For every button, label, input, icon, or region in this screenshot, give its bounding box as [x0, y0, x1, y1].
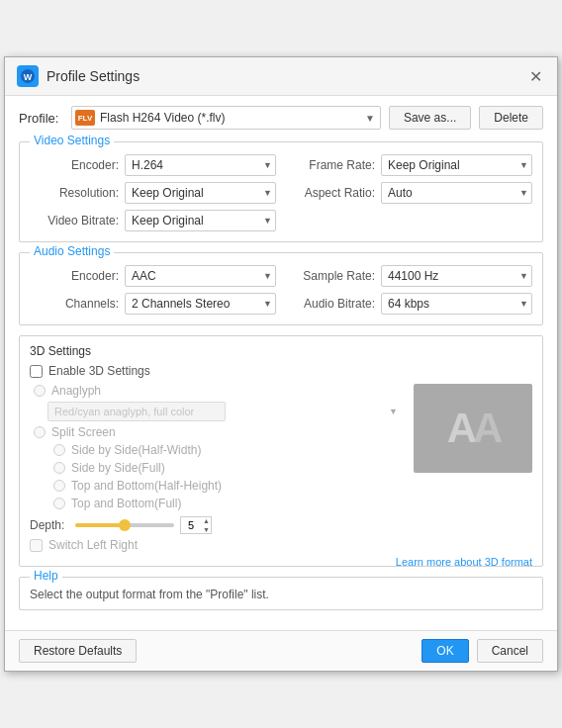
encoder-label: Encoder:: [30, 158, 119, 172]
encoder-select-wrap: H.264 ▼: [125, 154, 276, 176]
top-bottom-half-row: Top and Bottom(Half-Height): [49, 479, 404, 493]
split-screen-radio[interactable]: [34, 426, 46, 438]
audio-encoder-row: Encoder: AAC ▼: [30, 265, 276, 287]
three-d-main: Anaglyph Red/cyan anaglyph, full color ▼…: [30, 384, 532, 552]
enable-3d-label[interactable]: Enable 3D Settings: [48, 364, 150, 378]
channels-label: Channels:: [30, 297, 119, 311]
audio-bitrate-row: Audio Bitrate: 64 kbps ▼: [286, 293, 532, 315]
video-settings-grid: Encoder: H.264 ▼ Frame Rate: Keep Origin…: [30, 154, 532, 231]
audio-bitrate-select-wrap: 64 kbps ▼: [381, 293, 532, 315]
split-screen-radio-row: Split Screen: [30, 425, 404, 439]
frame-rate-select-wrap: Keep Original ▼: [381, 154, 532, 176]
anaglyph-radio-row: Anaglyph: [30, 384, 404, 398]
depth-slider[interactable]: [75, 523, 174, 527]
resolution-label: Resolution:: [30, 186, 119, 200]
three-d-section: 3D Settings Enable 3D Settings Anaglyph …: [19, 335, 543, 567]
enable-3d-checkbox[interactable]: [30, 365, 43, 378]
preview-letters: A A: [447, 405, 500, 452]
anaglyph-radio[interactable]: [34, 385, 46, 397]
audio-encoder-select[interactable]: AAC: [125, 265, 276, 287]
help-section: Help Select the output format from the "…: [19, 577, 543, 610]
app-icon: W: [17, 65, 39, 87]
profile-select[interactable]: Flash H264 Video (*.flv): [71, 106, 381, 130]
switch-row: Switch Left Right: [30, 538, 404, 552]
flv-badge: FLV: [75, 110, 95, 126]
encoder-row: Encoder: H.264 ▼: [30, 154, 276, 176]
top-bottom-half-label: Top and Bottom(Half-Height): [71, 479, 222, 493]
frame-rate-label: Frame Rate:: [286, 158, 375, 172]
ok-button[interactable]: OK: [422, 639, 468, 663]
video-bitrate-select-wrap: Keep Original ▼: [125, 210, 276, 231]
side-by-side-half-label: Side by Side(Half-Width): [71, 443, 201, 457]
anaglyph-select-wrap: Red/cyan anaglyph, full color ▼: [47, 402, 404, 421]
split-screen-options: Side by Side(Half-Width) Side by Side(Fu…: [30, 443, 404, 510]
dialog-content: Profile: FLV Flash H264 Video (*.flv) ▼ …: [5, 96, 557, 630]
resolution-row: Resolution: Keep Original ▼: [30, 182, 276, 204]
audio-encoder-select-wrap: AAC ▼: [125, 265, 276, 287]
titlebar-left: W Profile Settings: [17, 65, 140, 87]
depth-row: Depth: ▲ ▼: [30, 516, 404, 534]
sample-rate-row: Sample Rate: 44100 Hz ▼: [286, 265, 532, 287]
anaglyph-label: Anaglyph: [51, 384, 101, 398]
audio-bitrate-label: Audio Bitrate:: [286, 297, 375, 311]
sample-rate-select-wrap: 44100 Hz ▼: [381, 265, 532, 287]
audio-encoder-label: Encoder:: [30, 269, 119, 283]
save-as-button[interactable]: Save as...: [389, 106, 471, 130]
audio-settings-grid: Encoder: AAC ▼ Sample Rate: 44100 Hz: [30, 265, 532, 315]
help-text: Select the output format from the "Profi…: [30, 588, 532, 601]
resolution-select[interactable]: Keep Original: [125, 182, 276, 204]
side-by-side-half-row: Side by Side(Half-Width): [49, 443, 404, 457]
channels-select-wrap: 2 Channels Stereo ▼: [125, 293, 276, 315]
top-bottom-full-label: Top and Bottom(Full): [71, 497, 181, 510]
profile-row: Profile: FLV Flash H264 Video (*.flv) ▼ …: [19, 106, 543, 130]
depth-up-spinner[interactable]: ▲: [203, 516, 210, 525]
sample-rate-select[interactable]: 44100 Hz: [381, 265, 532, 287]
anaglyph-arrow: ▼: [389, 407, 398, 416]
titlebar: W Profile Settings ✕: [5, 57, 557, 96]
footer: Restore Defaults OK Cancel: [5, 630, 557, 671]
three-d-controls: Anaglyph Red/cyan anaglyph, full color ▼…: [30, 384, 404, 552]
delete-button[interactable]: Delete: [479, 106, 543, 130]
top-bottom-half-radio[interactable]: [53, 480, 65, 492]
side-by-side-half-radio[interactable]: [53, 444, 65, 456]
preview-letter-left: A: [447, 405, 473, 452]
video-settings-title: Video Settings: [30, 134, 114, 147]
audio-bitrate-select[interactable]: 64 kbps: [381, 293, 532, 315]
side-by-side-full-row: Side by Side(Full): [49, 461, 404, 475]
side-by-side-full-radio[interactable]: [53, 462, 65, 474]
dialog-title: Profile Settings: [47, 68, 140, 84]
preview-letter-right: A: [473, 405, 499, 452]
anaglyph-select[interactable]: Red/cyan anaglyph, full color: [47, 402, 226, 421]
frame-rate-select[interactable]: Keep Original: [381, 154, 532, 176]
channels-row: Channels: 2 Channels Stereo ▼: [30, 293, 276, 315]
three-d-title: 3D Settings: [30, 344, 532, 358]
depth-spinners: ▲ ▼: [203, 516, 210, 534]
switch-label: Switch Left Right: [48, 538, 138, 552]
three-d-preview: A A: [414, 384, 532, 473]
video-bitrate-select[interactable]: Keep Original: [125, 210, 276, 231]
profile-settings-dialog: W Profile Settings ✕ Profile: FLV Flash …: [4, 56, 558, 672]
channels-select[interactable]: 2 Channels Stereo: [125, 293, 276, 315]
close-button[interactable]: ✕: [525, 66, 545, 86]
svg-text:W: W: [24, 72, 33, 82]
enable-3d-row: Enable 3D Settings: [30, 364, 532, 378]
split-screen-label: Split Screen: [51, 425, 116, 439]
encoder-select[interactable]: H.264: [125, 154, 276, 176]
resolution-select-wrap: Keep Original ▼: [125, 182, 276, 204]
switch-checkbox[interactable]: [30, 539, 43, 552]
footer-right: OK Cancel: [422, 639, 543, 663]
cancel-button[interactable]: Cancel: [477, 639, 543, 663]
audio-settings-title: Audio Settings: [30, 244, 114, 258]
aspect-ratio-select[interactable]: Auto: [381, 182, 532, 204]
video-settings-section: Video Settings Encoder: H.264 ▼ Frame Ra…: [19, 141, 543, 242]
aspect-ratio-row: Aspect Ratio: Auto ▼: [286, 182, 532, 204]
video-bitrate-row: Video Bitrate: Keep Original ▼: [30, 210, 276, 231]
side-by-side-full-label: Side by Side(Full): [71, 461, 165, 475]
depth-down-spinner[interactable]: ▼: [203, 525, 210, 534]
depth-label: Depth:: [30, 518, 69, 532]
learn-more-link[interactable]: Learn more about 3D format: [396, 556, 532, 568]
restore-defaults-button[interactable]: Restore Defaults: [19, 639, 137, 663]
frame-rate-row: Frame Rate: Keep Original ▼: [286, 154, 532, 176]
sample-rate-label: Sample Rate:: [286, 269, 375, 283]
top-bottom-full-radio[interactable]: [53, 498, 65, 509]
